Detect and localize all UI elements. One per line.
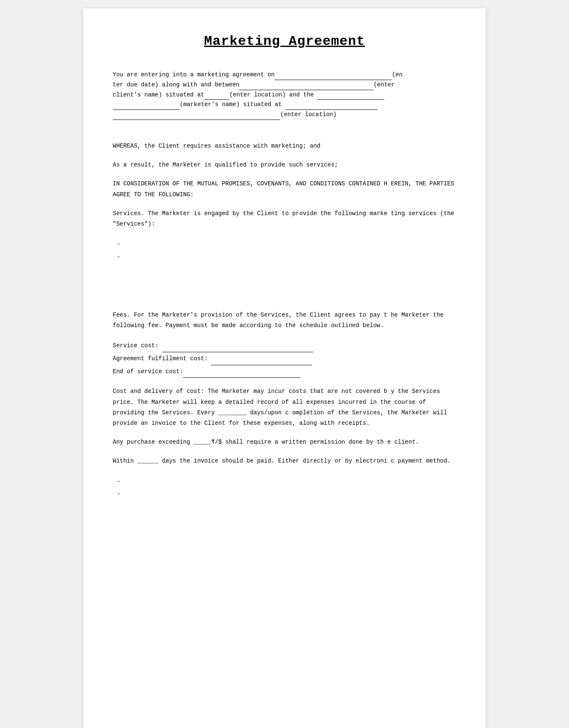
services-bullet-list [117,238,456,264]
end-cost-field: End of service cost: [113,365,456,378]
between-blank [239,83,373,90]
services-intro-para: Services. The Marketer is engaged by the… [113,208,456,229]
invoice-payment-para: Within ______ days the invoice should be… [113,456,456,466]
bullet-item-2 [117,251,456,264]
intro-line2-end: (enter [373,81,394,88]
document-title: Marketing Agreement [113,34,456,49]
location-blank-2 [113,113,280,120]
end-cost-blank [183,371,300,378]
cost-delivery-para: Cost and delivery of cost: The Marketer … [113,386,456,429]
consideration-para: IN CONSIDERATION OF THE MUTUAL PROMISES,… [113,179,456,200]
document-page: Marketing Agreement You are entering int… [83,8,486,728]
bottom-bullet-list [117,475,456,501]
intro-line1: You are entering into a marketing agreem… [113,71,274,78]
purchase-permission-para: Any purchase exceeding _____₹/$ shall re… [113,437,456,447]
agreement-cost-field: Agreement fulfillment cost: [113,352,456,365]
intro-line2: ter due date) along with and between [113,81,239,88]
name-blank [317,93,384,100]
intro-line4-start: (marketer's name) situated at [180,101,282,108]
marketer-name-blank [113,103,180,110]
agreement-cost-blank [211,359,312,365]
intro-block: You are entering into a marketing agreem… [113,70,456,120]
marketer-location-blank [285,103,378,110]
intro-line3-mid: (enter location) and the [229,91,314,98]
intro-line3-start: client's name) situated at [113,91,204,98]
result-para: As a result, the Marketer is qualified t… [113,160,456,170]
date-blank [274,73,392,80]
bullet-item-3 [117,475,456,488]
intro-line1-end: (en [392,71,402,78]
service-cost-blank [162,346,313,352]
whereas-para: WHEREAS, the Client requires assistance … [113,141,456,151]
location-blank-1 [204,93,229,100]
bullet-item-4 [117,488,456,501]
service-cost-field: Service cost: [113,339,456,352]
fees-intro-para: Fees. For the Marketer's provision of th… [113,310,456,331]
intro-line5-end: (enter location) [280,111,336,118]
bullet-item-1 [117,238,456,251]
